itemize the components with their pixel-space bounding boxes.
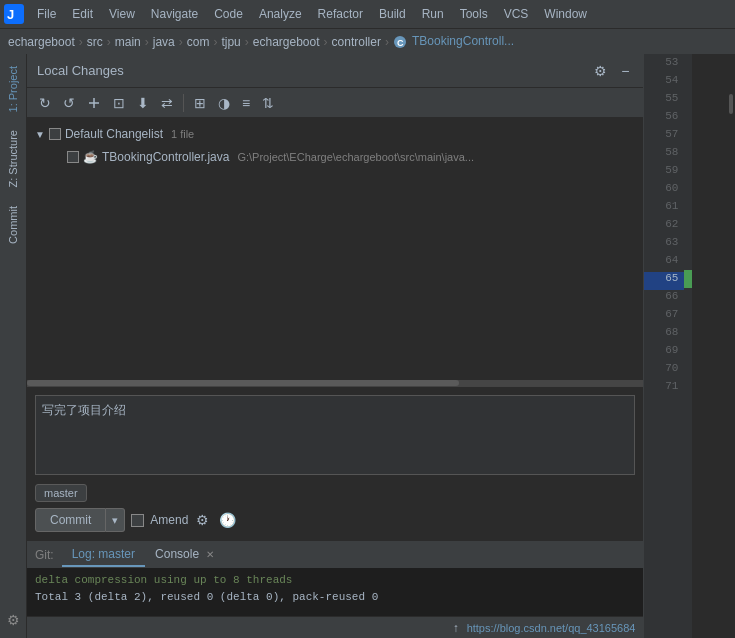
breadcrumb-controller[interactable]: controller xyxy=(332,35,381,49)
scrollbar-right[interactable] xyxy=(727,54,735,638)
gutter-mark-53 xyxy=(684,54,692,72)
line-number-66: 66 xyxy=(644,290,684,308)
gutter-mark-61 xyxy=(684,198,692,216)
editor-right-space xyxy=(692,54,727,638)
amend-row: Amend ⚙ 🕐 xyxy=(131,510,238,530)
file-checkbox[interactable] xyxy=(67,151,79,163)
gutter-mark-70 xyxy=(684,360,692,378)
breadcrumb-sep-2: › xyxy=(107,35,111,49)
line-number-62: 62 xyxy=(644,218,684,236)
line-number-70: 70 xyxy=(644,362,684,380)
breadcrumb-src[interactable]: src xyxy=(87,35,103,49)
left-strip: 1: Project Z: Structure Commit ⚙ xyxy=(0,54,27,638)
breadcrumb-sep-6: › xyxy=(245,35,249,49)
group-checkbox[interactable] xyxy=(49,128,61,140)
import-button[interactable]: ⬇ xyxy=(133,93,153,113)
breadcrumb-java[interactable]: java xyxy=(153,35,175,49)
gutter-mark-64 xyxy=(684,252,692,270)
gutter-mark-62 xyxy=(684,216,692,234)
grid-button[interactable]: ⊞ xyxy=(190,93,210,113)
java-file-icon: ☕ xyxy=(83,150,98,164)
gutter-mark-60 xyxy=(684,180,692,198)
commit-dropdown-button[interactable]: ▾ xyxy=(106,508,125,532)
menu-run[interactable]: Run xyxy=(415,4,451,24)
toolbar: ↻ ↺ ⊡ ⬇ ⇄ ⊞ ◑ ≡ ⇅ xyxy=(27,88,643,118)
menu-analyze[interactable]: Analyze xyxy=(252,4,309,24)
bottom-tabs: Git: Log: master Console ✕ xyxy=(27,540,643,568)
line-numbers: 53545556575859606162636465666768697071 xyxy=(644,54,684,638)
line-number-68: 68 xyxy=(644,326,684,344)
settings-panel-button[interactable]: ⚙ xyxy=(590,61,611,81)
line-number-61: 61 xyxy=(644,200,684,218)
line-number-53: 53 xyxy=(644,56,684,74)
menu-file[interactable]: File xyxy=(30,4,63,24)
amend-settings-button[interactable]: ⚙ xyxy=(194,510,211,530)
commit-buttons: Commit ▾ Amend ⚙ 🕐 xyxy=(35,508,635,532)
menu-window[interactable]: Window xyxy=(537,4,594,24)
menu-tools[interactable]: Tools xyxy=(453,4,495,24)
breadcrumb-echargeboot2[interactable]: echargeboot xyxy=(253,35,320,49)
panel-header: Local Changes ⚙ − xyxy=(27,54,643,88)
file-tree: ▼ Default Changelist 1 file ☕ TBookingCo… xyxy=(27,118,643,376)
sidebar-item-project[interactable]: 1: Project xyxy=(3,58,23,120)
menu-code[interactable]: Code xyxy=(207,4,250,24)
move-button[interactable]: ⇄ xyxy=(157,93,177,113)
line-number-54: 54 xyxy=(644,74,684,92)
menu-edit[interactable]: Edit xyxy=(65,4,100,24)
console-line-1: delta compression using up to 8 threads xyxy=(35,572,635,589)
breadcrumb-main[interactable]: main xyxy=(115,35,141,49)
branch-badge[interactable]: master xyxy=(35,484,87,502)
menu-refactor[interactable]: Refactor xyxy=(311,4,370,24)
tab-log-master[interactable]: Log: master xyxy=(62,543,145,567)
upload-icon[interactable]: ↑ xyxy=(453,621,459,635)
gutter-mark-57 xyxy=(684,126,692,144)
gutter-mark-55 xyxy=(684,90,692,108)
group-arrow: ▼ xyxy=(35,129,45,140)
menu-navigate[interactable]: Navigate xyxy=(144,4,205,24)
breadcrumb-echargeboot[interactable]: echargeboot xyxy=(8,35,75,49)
refresh-button[interactable]: ↻ xyxy=(35,93,55,113)
breadcrumb-sep-5: › xyxy=(213,35,217,49)
breadcrumb-com[interactable]: com xyxy=(187,35,210,49)
list-button[interactable]: ≡ xyxy=(238,93,254,113)
settings-icon[interactable]: ⚙ xyxy=(3,610,23,630)
status-url[interactable]: https://blog.csdn.net/qq_43165684 xyxy=(467,622,636,634)
gutter-mark-67 xyxy=(684,306,692,324)
sort-button[interactable]: ⇅ xyxy=(258,93,278,113)
file-item[interactable]: ☕ TBookingController.java G:\Project\ECh… xyxy=(27,146,643,168)
line-number-58: 58 xyxy=(644,146,684,164)
main-layout: 1: Project Z: Structure Commit ⚙ Local C… xyxy=(0,54,735,638)
git-label: Git: xyxy=(35,548,54,562)
rollback-button[interactable]: ↺ xyxy=(59,93,79,113)
menu-vcs[interactable]: VCS xyxy=(497,4,536,24)
console-tab-close[interactable]: ✕ xyxy=(206,549,214,560)
line-number-63: 63 xyxy=(644,236,684,254)
commit-area: 写完了项目介绍 master Commit ▾ Amend ⚙ 🕐 xyxy=(27,386,643,540)
menu-build[interactable]: Build xyxy=(372,4,413,24)
add-button[interactable] xyxy=(83,94,105,112)
diff-button[interactable]: ◑ xyxy=(214,93,234,113)
gutter-mark-65 xyxy=(684,270,692,288)
line-number-56: 56 xyxy=(644,110,684,128)
svg-text:J: J xyxy=(7,7,14,22)
file-name: TBookingController.java xyxy=(102,150,229,164)
breadcrumb-sep-3: › xyxy=(145,35,149,49)
breadcrumb-active-file[interactable]: C TBookingControll... xyxy=(393,34,514,49)
commit-button[interactable]: Commit xyxy=(35,508,106,532)
menu-view[interactable]: View xyxy=(102,4,142,24)
gutter-mark-63 xyxy=(684,234,692,252)
sidebar-item-commit[interactable]: Commit xyxy=(3,198,23,252)
gutter-mark-58 xyxy=(684,144,692,162)
amend-checkbox[interactable] xyxy=(131,514,144,527)
tab-console[interactable]: Console ✕ xyxy=(145,543,224,567)
minimize-panel-button[interactable]: − xyxy=(617,61,633,81)
panel-title: Local Changes xyxy=(37,63,590,78)
branch-row: master xyxy=(35,484,635,502)
breadcrumb-tjpu[interactable]: tjpu xyxy=(221,35,240,49)
changelist-group[interactable]: ▼ Default Changelist 1 file xyxy=(27,122,643,146)
copy-button[interactable]: ⊡ xyxy=(109,93,129,113)
commit-message-input[interactable]: 写完了项目介绍 xyxy=(35,395,635,475)
amend-history-button[interactable]: 🕐 xyxy=(217,510,238,530)
sidebar-item-structure[interactable]: Z: Structure xyxy=(3,122,23,195)
breadcrumb: echargeboot › src › main › java › com › … xyxy=(0,28,735,54)
